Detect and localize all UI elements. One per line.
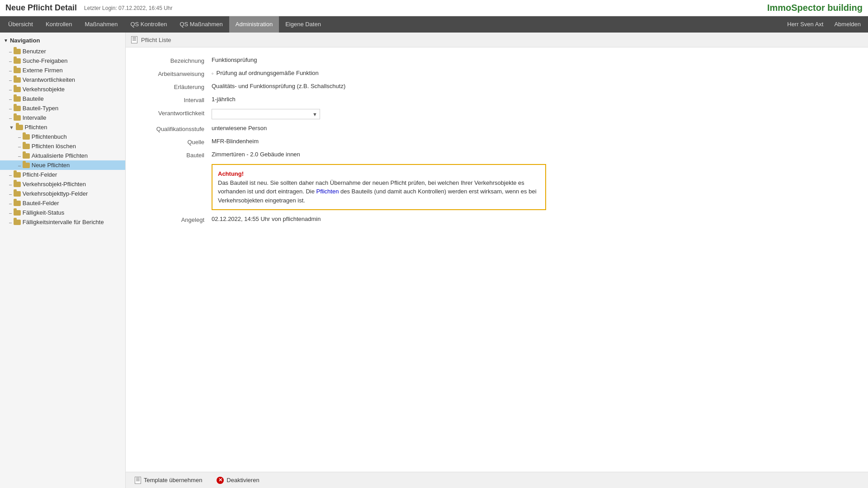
main-layout: ▼ Navigation – Benutzer – Suche-Freigabe…: [0, 33, 868, 488]
top-header: Neue Pflicht Detail Letzter Login: 07.12…: [0, 0, 868, 16]
folder-icon: [14, 220, 21, 225]
template-btn-label: Template übernehmen: [144, 477, 202, 483]
nav-item-ubersicht[interactable]: Übersicht: [2, 16, 39, 33]
label-angelegt: Angelegt: [139, 216, 212, 223]
last-login: Letzter Login: 07.12.2022, 16:45 Uhr: [84, 5, 172, 11]
detail-row-bauteil: Bauteil Zimmertüren - 2.0 Gebäude innen: [139, 151, 546, 159]
verantwortlichkeit-select[interactable]: [212, 109, 320, 119]
page-icon: [131, 36, 137, 43]
nav-bar-right: Herr Sven Axt Abmelden: [782, 16, 866, 33]
deaktivieren-btn-label: Deaktivieren: [226, 477, 259, 483]
value-arbeitsanweisung: ◦ Prüfung auf ordnungsgemäße Funktion: [212, 70, 546, 77]
sidebar-item-verkehrsobjekttyp-felder[interactable]: – Verkehrsobjekttyp-Felder: [0, 189, 125, 198]
sidebar-label: Externe Firmen: [23, 67, 63, 74]
nav-item-kontrollen[interactable]: Kontrollen: [39, 16, 79, 33]
nav-item-eigene-daten[interactable]: Eigene Daten: [279, 16, 327, 33]
expand-icon: ▼: [9, 125, 14, 130]
expand-spacer: –: [9, 87, 12, 92]
value-verantwortlichkeit: ▼: [212, 109, 546, 119]
sidebar-item-suche-freigaben[interactable]: – Suche-Freigaben: [0, 56, 125, 66]
content-area: Pflicht Liste Bezeichnung Funktionsprüfu…: [126, 33, 868, 488]
sidebar-item-faelligkeitsintervalle[interactable]: – Fälligkeitsintervalle für Berichte: [0, 217, 125, 227]
folder-icon: [23, 144, 30, 149]
folder-icon: [14, 106, 21, 111]
expand-spacer: –: [9, 172, 12, 178]
sidebar-item-faelligkeit-status[interactable]: – Fälligkeit-Status: [0, 208, 125, 217]
nav-item-massnahmen[interactable]: Maßnahmen: [78, 16, 124, 33]
label-bauteil: Bauteil: [139, 151, 212, 159]
sidebar-item-pflichten[interactable]: ▼ Pflichten: [0, 122, 125, 132]
detail-row-erlaeuterung: Erläuterung Qualitäts- und Funktionsprüf…: [139, 83, 546, 90]
label-achtung-spacer: [139, 164, 212, 165]
sidebar-item-aktualisierte-pflichten[interactable]: – Aktualisierte Pflichten: [0, 151, 125, 160]
label-quelle: Quelle: [139, 138, 212, 145]
sidebar-label: Bauteil-Felder: [23, 200, 59, 206]
nav-item-administration[interactable]: Administration: [229, 16, 279, 33]
folder-icon: [14, 68, 21, 73]
sidebar-label: Verkehrsobjekttyp-Felder: [23, 190, 88, 197]
sidebar-item-bauteil-felder[interactable]: – Bauteil-Felder: [0, 198, 125, 208]
detail-row-achtung: Achtung! Das Bauteil ist neu. Sie sollte…: [139, 164, 546, 210]
bottom-bar: Template übernehmen ✕ Deaktivieren: [126, 472, 868, 488]
label-arbeitsanweisung: Arbeitsanweisung: [139, 70, 212, 77]
sidebar-item-bauteil-typen[interactable]: – Bauteil-Typen: [0, 103, 125, 113]
expand-spacer: –: [9, 115, 12, 121]
expand-spacer: –: [18, 153, 21, 159]
sidebar-label: Bauteil-Typen: [23, 105, 59, 112]
nav-header-label: Navigation: [10, 37, 40, 44]
label-erlaeuterung: Erläuterung: [139, 83, 212, 90]
sidebar-item-verkehrsobjekte[interactable]: – Verkehrsobjekte: [0, 84, 125, 94]
sidebar-item-bauteile[interactable]: – Bauteile: [0, 94, 125, 103]
sidebar-item-verkehrsobjekt-pflichten[interactable]: – Verkehrsobjekt-Pflichten: [0, 179, 125, 189]
sidebar-item-pflicht-felder[interactable]: – Pflicht-Felder: [0, 170, 125, 179]
sidebar-item-neue-pflichten[interactable]: – Neue Pflichten: [0, 160, 125, 170]
sidebar-label: Verkehrsobjekte: [23, 86, 65, 93]
brand-logo: ImmoSpector building: [767, 3, 863, 13]
expand-spacer: –: [9, 77, 12, 83]
value-achtung: Achtung! Das Bauteil ist neu. Sie sollte…: [212, 164, 546, 210]
value-angelegt: 02.12.2022, 14:55 Uhr von pflichtenadmin: [212, 216, 546, 222]
folder-icon: [14, 58, 21, 64]
nav-item-qs-massnahmen[interactable]: QS Maßnahmen: [173, 16, 229, 33]
value-qualifikationsstufe: unterwiesene Person: [212, 125, 546, 131]
value-intervall: 1-jährlich: [212, 96, 546, 103]
sidebar-item-pflichtenbuch[interactable]: – Pflichtenbuch: [0, 132, 125, 141]
expand-spacer: –: [9, 191, 12, 197]
expand-spacer: –: [9, 220, 12, 225]
label-intervall: Intervall: [139, 96, 212, 103]
nav-header[interactable]: ▼ Navigation: [0, 34, 125, 47]
expand-spacer: –: [18, 163, 21, 168]
nav-bar: Übersicht Kontrollen Maßnahmen QS Kontro…: [0, 16, 868, 33]
detail-row-intervall: Intervall 1-jährlich: [139, 96, 546, 103]
sidebar-item-pflichten-loeschen[interactable]: – Pflichten löschen: [0, 141, 125, 151]
folder-icon: [14, 201, 21, 206]
sidebar-item-externe-firmen[interactable]: – Externe Firmen: [0, 66, 125, 75]
sidebar-label: Bauteile: [23, 95, 44, 102]
detail-row-angelegt: Angelegt 02.12.2022, 14:55 Uhr von pflic…: [139, 216, 546, 223]
nav-collapse-icon: ▼: [4, 38, 8, 43]
achtung-box: Achtung! Das Bauteil ist neu. Sie sollte…: [212, 164, 546, 210]
content-body: Bezeichnung Funktionsprüfung Arbeitsanwe…: [126, 47, 868, 472]
nav-logout[interactable]: Abmelden: [829, 16, 866, 33]
template-ubernehmen-button[interactable]: Template übernehmen: [131, 475, 206, 486]
value-quelle: MFR-Blindenheim: [212, 138, 546, 145]
nav-user-name[interactable]: Herr Sven Axt: [782, 16, 829, 33]
sidebar-label: Intervalle: [23, 114, 47, 121]
sidebar-item-verantwortlichkeiten[interactable]: – Verantwortlichkeiten: [0, 75, 125, 84]
template-icon: [135, 477, 141, 484]
expand-spacer: –: [18, 144, 21, 149]
sidebar-label: Verkehrsobjekt-Pflichten: [23, 181, 86, 188]
label-bezeichnung: Bezeichnung: [139, 56, 212, 64]
folder-icon: [14, 191, 21, 197]
sidebar: ▼ Navigation – Benutzer – Suche-Freigabe…: [0, 33, 126, 488]
sidebar-label: Pflichten löschen: [32, 143, 76, 150]
deaktivieren-button[interactable]: ✕ Deaktivieren: [213, 475, 263, 486]
deaktivieren-icon: ✕: [217, 477, 224, 484]
arbeitsanweisung-text: Prüfung auf ordnungsgemäße Funktion: [217, 70, 319, 76]
verantwortlichkeit-dropdown-wrapper: ▼: [212, 109, 320, 119]
sidebar-item-benutzer[interactable]: – Benutzer: [0, 47, 125, 56]
sidebar-item-intervalle[interactable]: – Intervalle: [0, 113, 125, 122]
nav-item-qs-kontrollen[interactable]: QS Kontrollen: [124, 16, 173, 33]
folder-icon: [23, 153, 30, 159]
folder-icon: [14, 77, 21, 83]
